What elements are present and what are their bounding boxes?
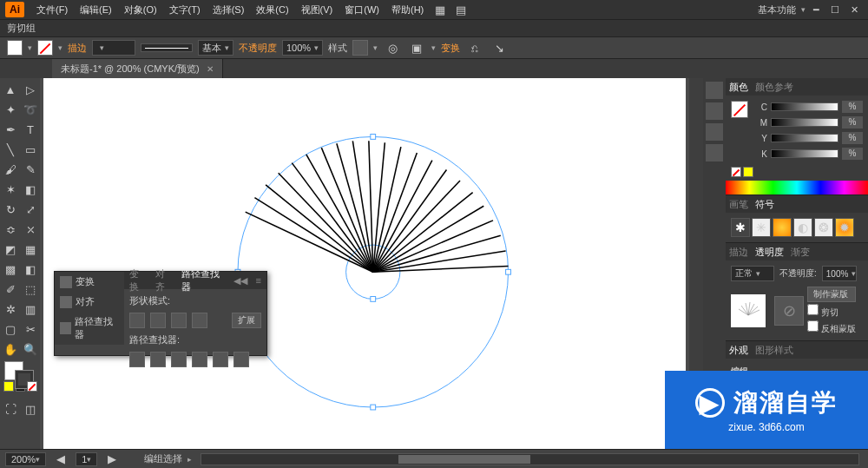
stroke-profile-select[interactable] — [141, 43, 193, 52]
gradient-tool-icon[interactable]: ◧ — [21, 260, 40, 279]
screen-mode-icon[interactable]: ⛶ — [1, 399, 20, 419]
intersect-button[interactable] — [171, 313, 187, 328]
spectrum-picker[interactable] — [726, 181, 868, 194]
artboard-tool-icon[interactable]: ▢ — [1, 320, 20, 339]
close-button[interactable]: ✕ — [845, 4, 863, 16]
shape-builder-tool-icon[interactable]: ◩ — [1, 240, 20, 259]
fill-chevron-icon[interactable]: ▾ — [28, 43, 32, 52]
menu-help[interactable]: 帮助(H) — [386, 3, 429, 16]
align-chevron-icon[interactable]: ▾ — [431, 43, 436, 52]
mask-thumb[interactable]: ⊘ — [774, 296, 804, 326]
style-swatch[interactable] — [352, 40, 368, 56]
menu-edit[interactable]: 编辑(E) — [75, 3, 117, 16]
slider-y[interactable] — [771, 134, 838, 142]
menu-select[interactable]: 选择(S) — [207, 3, 250, 16]
opacity-panel-field[interactable]: 100%▾ — [822, 266, 857, 281]
divide-button[interactable] — [129, 352, 145, 367]
side-item-transform[interactable]: 变换 — [55, 272, 124, 292]
panel-icon-2[interactable] — [706, 102, 723, 120]
make-mask-button[interactable]: 制作蒙版 — [807, 287, 856, 302]
merge-button[interactable] — [171, 352, 187, 367]
menubar-icon-2[interactable]: ▤ — [451, 0, 470, 19]
float-tab-pathfinder[interactable]: 路径查找器 — [181, 267, 225, 293]
minus-front-button[interactable] — [150, 313, 166, 328]
opacity-thumb[interactable] — [731, 294, 766, 327]
brush-tool-icon[interactable]: 🖌 — [1, 160, 20, 179]
maximize-button[interactable]: ☐ — [826, 4, 844, 16]
blob-tool-icon[interactable]: ✶ — [1, 180, 20, 199]
expand-button[interactable]: 扩展 — [232, 313, 261, 328]
symbol-1[interactable]: ✱ — [731, 218, 750, 237]
menu-window[interactable]: 窗口(W) — [339, 3, 385, 16]
menu-type[interactable]: 文字(T) — [164, 3, 206, 16]
magic-wand-tool-icon[interactable]: ✦ — [1, 100, 20, 119]
artboard-field[interactable]: 1 ▾ — [76, 452, 97, 466]
symbol-sprayer-icon[interactable]: ✲ — [1, 300, 20, 319]
exclude-button[interactable] — [192, 313, 207, 328]
menu-object[interactable]: 对象(O) — [119, 3, 162, 16]
stroke-chevron-icon[interactable]: ▾ — [58, 43, 62, 52]
blend-tool-icon[interactable]: ⬚ — [21, 280, 40, 299]
eyedropper-tool-icon[interactable]: ✐ — [1, 280, 20, 299]
crop-button[interactable] — [192, 352, 207, 367]
opacity-field[interactable]: 100%▾ — [282, 40, 323, 56]
symbol-3[interactable] — [773, 218, 792, 237]
isolate-icon[interactable]: ⎌ — [465, 38, 484, 57]
artboard-next-icon[interactable]: ▶ — [102, 450, 122, 469]
tab-color-guide[interactable]: 颜色参考 — [755, 81, 793, 94]
style-chevron-icon[interactable]: ▾ — [373, 43, 378, 52]
stroke-label[interactable]: 描边 — [68, 42, 87, 55]
tab-transparency[interactable]: 透明度 — [755, 246, 784, 259]
menu-file[interactable]: 文件(F) — [31, 3, 73, 16]
zoom-field[interactable]: 200% ▾ — [5, 452, 46, 466]
doc-tab[interactable]: 未标题-1* @ 200% (CMYK/预览) ✕ — [52, 59, 223, 78]
float-collapse-icon[interactable]: ◀◀ — [233, 275, 247, 287]
value-k[interactable]: % — [842, 148, 863, 160]
perspective-tool-icon[interactable]: ▦ — [21, 240, 40, 259]
pathfinder-float-panel[interactable]: 变换 对齐 路径查找器 变换 对齐 路径查找器 ◀◀ ≡ 形状模式: 扩展 路径… — [54, 271, 267, 356]
tab-gradient[interactable]: 渐变 — [791, 246, 810, 259]
line-tool-icon[interactable]: ╲ — [1, 140, 20, 159]
stroke-swatch[interactable] — [37, 40, 53, 56]
artboard-prev-icon[interactable]: ◀ — [51, 450, 70, 469]
slider-m[interactable] — [771, 118, 838, 127]
lasso-tool-icon[interactable]: ➰ — [21, 100, 40, 119]
opacity-label[interactable]: 不透明度 — [239, 42, 277, 55]
type-tool-icon[interactable]: T — [21, 120, 40, 139]
value-y[interactable]: % — [842, 132, 863, 144]
align-icon[interactable]: ▣ — [407, 38, 426, 57]
zoom-tool-icon[interactable]: 🔍 — [21, 339, 40, 359]
symbol-6[interactable]: ✹ — [835, 218, 854, 237]
tab-graphic-styles[interactable]: 图形样式 — [755, 344, 793, 357]
direct-select-tool-icon[interactable]: ▷ — [21, 80, 40, 99]
float-tab-align[interactable]: 对齐 — [155, 267, 173, 293]
tab-appearance[interactable]: 外观 — [729, 344, 748, 357]
slider-c[interactable] — [771, 102, 838, 111]
graph-tool-icon[interactable]: ▥ — [21, 300, 40, 319]
side-item-pathfinder[interactable]: 路径查找器 — [55, 312, 124, 345]
menu-effect[interactable]: 效果(C) — [251, 3, 293, 16]
tab-brushes[interactable]: 画笔 — [729, 198, 748, 211]
stroke-weight-field[interactable]: ▾ — [92, 40, 135, 56]
menubar-icon-1[interactable]: ▦ — [431, 0, 450, 19]
tab-stroke[interactable]: 描边 — [729, 246, 748, 259]
rectangle-tool-icon[interactable]: ▭ — [21, 140, 40, 159]
none-swatch-icon[interactable] — [731, 167, 741, 177]
outline-button[interactable] — [213, 352, 228, 367]
scale-tool-icon[interactable]: ⤢ — [21, 200, 40, 219]
yellow-swatch[interactable] — [743, 167, 753, 177]
value-m[interactable]: % — [842, 116, 863, 129]
horizontal-scrollbar[interactable] — [201, 453, 859, 465]
float-tab-transform[interactable]: 变换 — [129, 267, 147, 293]
status-flyout-icon[interactable]: ▸ — [187, 455, 192, 464]
side-item-align[interactable]: 对齐 — [55, 292, 124, 312]
workspace-switcher[interactable]: 基本功能 — [758, 3, 796, 16]
slice-tool-icon[interactable]: ✂ — [21, 320, 40, 339]
unite-button[interactable] — [129, 313, 145, 328]
blend-mode-select[interactable]: 正常▾ — [731, 266, 774, 281]
symbol-5[interactable]: ❂ — [814, 218, 833, 237]
panel-icon-3[interactable] — [706, 123, 723, 141]
panel-icon-1[interactable] — [706, 82, 723, 99]
transform-label[interactable]: 变换 — [441, 42, 460, 55]
panel-icon-4[interactable] — [706, 144, 723, 161]
